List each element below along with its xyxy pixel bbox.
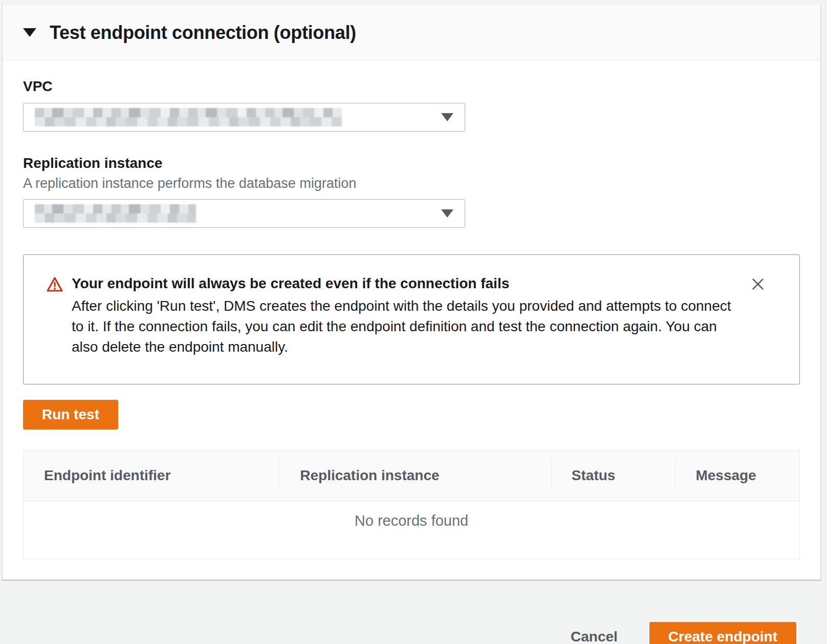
run-test-button[interactable]: Run test <box>23 400 118 430</box>
panel-body: VPC Replication instance A replication i… <box>3 61 820 579</box>
replication-instance-description: A replication instance performs the data… <box>23 175 800 192</box>
connection-warning-alert: Your endpoint will always be created eve… <box>23 254 800 384</box>
alert-title: Your endpoint will always be created eve… <box>72 274 742 293</box>
panel-header[interactable]: Test endpoint connection (optional) <box>3 5 820 61</box>
table-header-row: Endpoint identifier Replication instance… <box>24 450 799 501</box>
column-header-status: Status <box>551 467 676 484</box>
caret-down-icon <box>441 113 453 121</box>
redacted-replication-value <box>35 204 196 223</box>
replication-instance-label: Replication instance <box>23 154 800 173</box>
vpc-select[interactable] <box>23 103 465 132</box>
vpc-label: VPC <box>23 77 800 96</box>
column-header-replication-instance: Replication instance <box>279 467 551 484</box>
cancel-button[interactable]: Cancel <box>571 629 618 644</box>
page: Test endpoint connection (optional) VPC … <box>0 4 827 644</box>
alert-content: Your endpoint will always be created eve… <box>72 274 742 357</box>
alert-body: After clicking 'Run test', DMS creates t… <box>72 296 742 357</box>
test-endpoint-panel: Test endpoint connection (optional) VPC … <box>2 4 821 580</box>
create-endpoint-button[interactable]: Create endpoint <box>649 622 796 644</box>
column-header-message: Message <box>675 467 799 484</box>
empty-state-text: No records found <box>355 512 468 529</box>
table-empty-row: No records found <box>24 501 799 559</box>
connection-results-table: Endpoint identifier Replication instance… <box>23 450 800 559</box>
footer-actions: Cancel Create endpoint <box>0 580 827 644</box>
caret-down-icon <box>441 209 453 218</box>
replication-instance-select[interactable] <box>23 199 465 228</box>
warning-triangle-icon <box>46 276 63 292</box>
vpc-field: VPC <box>23 77 800 132</box>
panel-title: Test endpoint connection (optional) <box>50 22 356 44</box>
collapse-caret-icon[interactable] <box>23 28 36 37</box>
close-icon[interactable] <box>748 274 768 294</box>
redacted-vpc-value <box>35 108 342 126</box>
column-header-endpoint-identifier: Endpoint identifier <box>24 467 279 484</box>
replication-instance-field: Replication instance A replication insta… <box>23 154 800 228</box>
